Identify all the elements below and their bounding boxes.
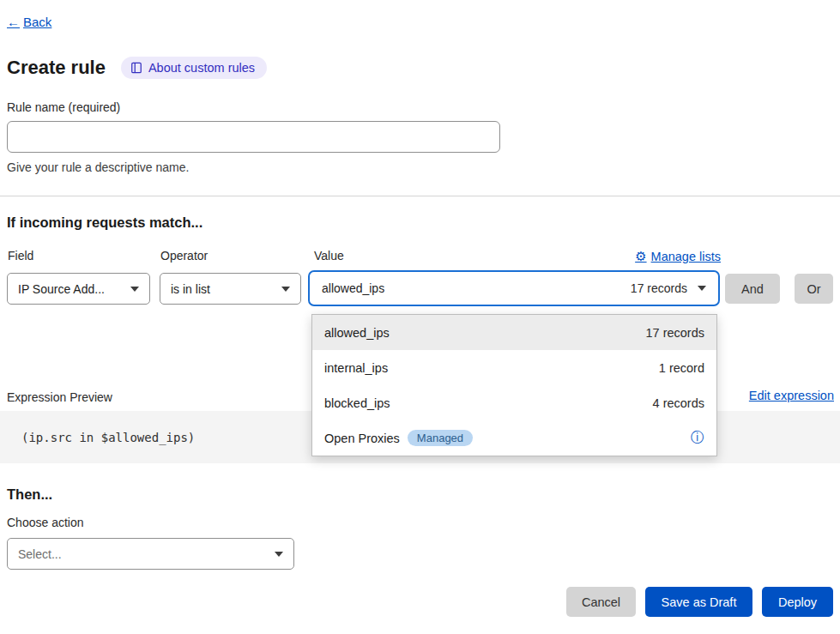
value-list-dropdown: allowed_ips 17 records internal_ips 1 re… (311, 314, 717, 456)
chevron-down-icon (698, 286, 706, 291)
then-section-title: Then... (7, 486, 52, 503)
action-select-placeholder: Select... (18, 547, 62, 561)
list-option-label: allowed_ips (324, 326, 390, 340)
chevron-down-icon (275, 552, 283, 557)
list-option-blocked-ips[interactable]: blocked_ips 4 records (312, 385, 716, 420)
deploy-button[interactable]: Deploy (762, 587, 833, 617)
save-as-draft-button[interactable]: Save as Draft (645, 587, 752, 617)
match-section-title: If incoming requests match... (7, 214, 202, 231)
list-option-allowed-ips[interactable]: allowed_ips 17 records (312, 315, 716, 350)
section-divider (0, 196, 840, 196)
choose-action-label: Choose action (7, 516, 84, 529)
list-option-label: blocked_ips (324, 396, 390, 410)
value-select-records: 17 records (631, 281, 687, 295)
operator-column-label: Operator (160, 249, 208, 263)
expression-code: (ip.src in $allowed_ips) (21, 431, 195, 444)
manage-lists-label: Manage lists (651, 250, 721, 263)
chevron-down-icon (281, 287, 290, 292)
back-link-label: Back (23, 15, 51, 29)
book-icon (130, 62, 142, 74)
create-rule-page: ← Back Create rule About custom rules Ru… (0, 0, 840, 634)
list-option-internal-ips[interactable]: internal_ips 1 record (312, 350, 716, 385)
operator-select[interactable]: is in list (160, 273, 301, 305)
manage-lists-link[interactable]: ⚙ Manage lists (635, 249, 721, 264)
chevron-down-icon (130, 287, 139, 292)
expression-preview-label: Expression Preview (7, 390, 112, 404)
page-header: Create rule About custom rules (7, 57, 267, 79)
value-select[interactable]: allowed_ips 17 records (308, 270, 720, 306)
rule-name-label: Rule name (required) (7, 100, 120, 114)
value-select-value: allowed_ips (322, 281, 384, 295)
about-badge-label: About custom rules (148, 61, 255, 75)
back-link[interactable]: ← Back (7, 15, 51, 29)
rule-name-helper-text: Give your rule a descriptive name. (7, 160, 189, 174)
list-option-meta: 17 records (645, 326, 704, 340)
edit-expression-link[interactable]: Edit expression (749, 389, 834, 402)
page-title: Create rule (7, 57, 106, 79)
value-column-label: Value (314, 249, 344, 263)
about-custom-rules-badge[interactable]: About custom rules (121, 57, 267, 79)
managed-badge: Managed (408, 430, 473, 446)
and-button[interactable]: And (725, 274, 780, 304)
list-option-label: Open Proxies (324, 432, 400, 445)
cancel-button[interactable]: Cancel (566, 587, 636, 617)
field-column-label: Field (8, 249, 33, 263)
list-option-open-proxies[interactable]: Open Proxies Managed ⓘ (312, 420, 716, 456)
operator-select-value: is in list (171, 282, 210, 296)
field-select[interactable]: IP Source Add... (7, 273, 150, 305)
gear-icon: ⚙ (635, 249, 646, 264)
info-icon[interactable]: ⓘ (691, 429, 704, 447)
list-option-meta: 1 record (659, 361, 704, 375)
list-option-meta: 4 records (653, 396, 704, 410)
action-select[interactable]: Select... (7, 538, 294, 570)
left-arrow-icon: ← (7, 15, 20, 29)
field-select-value: IP Source Add... (18, 282, 105, 296)
list-option-label: internal_ips (324, 361, 388, 375)
rule-name-input[interactable] (7, 121, 500, 153)
or-button[interactable]: Or (795, 274, 833, 304)
